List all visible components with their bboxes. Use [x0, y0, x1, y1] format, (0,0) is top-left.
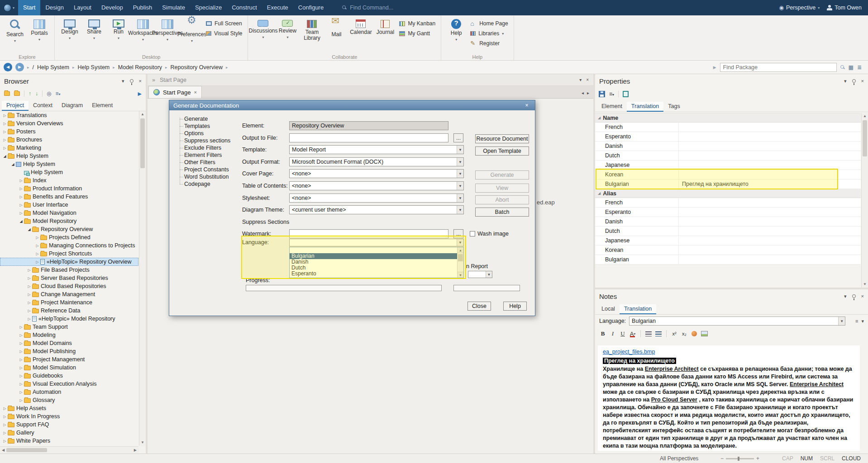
expand-icon[interactable]: ▷	[18, 350, 24, 354]
expand-icon[interactable]: ▷	[18, 341, 24, 345]
expand-icon[interactable]: ▷	[2, 415, 8, 419]
expand-icon[interactable]: ▷	[18, 358, 24, 362]
dialog-close-icon[interactable]: ×	[523, 102, 531, 109]
browser-tab-context[interactable]: Context	[29, 101, 57, 111]
dialog-nav-element-filters[interactable]: Element Filters	[178, 151, 242, 159]
property-row-alias-danish[interactable]: Danish	[595, 217, 861, 227]
dialog-nav-generate[interactable]: Generate	[178, 115, 242, 123]
diagram-theme-combo[interactable]: <current user theme>▼	[289, 205, 464, 214]
ribbon-button-workspaces[interactable]: Workspaces▾	[131, 16, 155, 43]
dialog-nav-suppress-sections[interactable]: Suppress sections	[178, 137, 242, 144]
property-value[interactable]: Преглед на хранилището	[679, 180, 861, 189]
report-combo[interactable]: ▼	[468, 271, 492, 278]
collapse-icon[interactable]: ◢	[2, 154, 8, 158]
ribbon-button-register[interactable]: Register	[470, 40, 508, 47]
properties-scrollbar[interactable]: ▲ ▼	[861, 113, 868, 288]
chevron-down-icon[interactable]: ▼	[457, 194, 463, 202]
dialog-nav-word-substitution[interactable]: Word Substitution	[178, 173, 242, 180]
ribbon-button-design[interactable]: Design▾	[57, 16, 82, 41]
tree-item-index[interactable]: ▷Index	[0, 176, 138, 184]
tree-item-help-assets[interactable]: ▷Help Assets	[0, 404, 138, 412]
scroll-up-icon[interactable]: ▲	[862, 113, 868, 119]
forward-icon[interactable]: ▶	[138, 91, 142, 97]
ribbon-button-team-library[interactable]: Team Library	[300, 16, 324, 41]
ribbon-button-full-screen[interactable]: Full Screen	[206, 20, 242, 27]
scroll-left-icon[interactable]: ◀	[2, 448, 5, 452]
scroll-down-icon[interactable]: ▼	[139, 439, 146, 446]
property-row-alias-bulgarian[interactable]: Bulgarian	[595, 255, 861, 265]
close-icon[interactable]: ×	[861, 78, 864, 84]
scroll-up-icon[interactable]: ▲	[458, 247, 463, 253]
language-combo[interactable]: ▼	[289, 239, 464, 246]
tree-item-help-system[interactable]: ◢Help System	[0, 152, 138, 160]
section-header-alias[interactable]: ◢Alias	[595, 189, 861, 198]
expand-icon[interactable]: ▷	[34, 236, 40, 240]
ribbon-button-home-page[interactable]: Home Page	[470, 20, 508, 27]
batch-button[interactable]: Batch	[475, 208, 529, 217]
locate-icon[interactable]: ◎	[47, 90, 51, 97]
scrollbar-thumb[interactable]	[863, 120, 867, 156]
tree-item-version-overviews[interactable]: ▷Version Overviews	[0, 119, 138, 128]
expand-icon[interactable]: ▷	[18, 366, 24, 370]
expand-icon[interactable]: ▷	[26, 301, 32, 305]
scrollbar-thumb[interactable]	[140, 118, 145, 168]
expand-icon[interactable]: ▷	[26, 293, 32, 297]
menu-icon[interactable]: ≣	[857, 64, 862, 71]
panel-menu-icon[interactable]: ▾	[844, 78, 847, 84]
tab-start-page[interactable]: Start Page ×	[148, 86, 202, 98]
ribbon-button-run[interactable]: Run▾	[106, 16, 131, 41]
book-icon[interactable]	[623, 91, 629, 97]
ribbon-button-discussions[interactable]: Discussions▾	[251, 16, 275, 40]
language-option-bulgarian[interactable]: Bulgarian	[290, 253, 457, 259]
chevron-down-icon[interactable]: ▼	[457, 146, 463, 154]
tree-item-model-domains[interactable]: ▷Model Domains	[0, 339, 138, 347]
properties-tab-tags[interactable]: Tags	[663, 102, 684, 112]
pin-icon[interactable]	[852, 294, 856, 298]
perspective-selector[interactable]: ◉ Perspective ▾	[779, 5, 820, 11]
expand-icon[interactable]: ▷	[34, 260, 40, 264]
expand-icon[interactable]: ▷	[18, 398, 24, 402]
dialog-nav-codepage[interactable]: Codepage	[178, 180, 242, 188]
property-value[interactable]	[679, 246, 861, 255]
menu-tab-design[interactable]: Design	[40, 0, 68, 15]
ribbon-button-journal[interactable]: Journal	[373, 16, 397, 35]
scrollbar-thumb[interactable]	[458, 254, 463, 261]
tree-item-projects-defined[interactable]: ▷Projects Defined	[0, 233, 138, 241]
tree-item-model-publishing[interactable]: ▷Model Publishing	[0, 347, 138, 355]
close-icon[interactable]: ×	[861, 293, 864, 299]
breadcrumb-root[interactable]: /	[33, 64, 34, 71]
property-value[interactable]	[679, 208, 861, 217]
ribbon-button-preferences[interactable]: Preferences▾	[180, 16, 204, 44]
tree-item-posters[interactable]: ▷Posters	[0, 128, 138, 136]
expand-icon[interactable]: ▷	[34, 252, 40, 256]
expand-icon[interactable]: ▷	[34, 244, 40, 248]
tree-item-file-based-projects[interactable]: ▷File Based Projects	[0, 266, 138, 274]
watermark-browse-button[interactable]: ...	[453, 229, 463, 238]
bold-button[interactable]: B	[598, 329, 607, 338]
notes-tab-local[interactable]: Local	[597, 304, 620, 314]
generate-button[interactable]: Generate	[475, 170, 529, 180]
italic-button[interactable]: I	[608, 329, 617, 338]
tree-item-glossary[interactable]: ▷Glossary	[0, 396, 138, 404]
search-package-icon[interactable]	[840, 65, 845, 70]
close-button[interactable]: Close	[467, 302, 491, 311]
numbered-list-button[interactable]	[654, 329, 663, 338]
user-menu[interactable]: Tom Owen	[827, 5, 862, 11]
abort-button[interactable]: Abort	[475, 195, 529, 204]
collapse-icon[interactable]: ◢	[598, 116, 601, 120]
expand-icon[interactable]: ▷	[2, 406, 8, 411]
superscript-button[interactable]: x²	[670, 329, 679, 338]
dialog-nav-project-constants[interactable]: Project Constants	[178, 166, 242, 173]
ribbon-button-search[interactable]: Search▾	[3, 16, 27, 44]
find-command-input[interactable]	[350, 5, 409, 11]
tree-item-help-system[interactable]: ◢Help System	[0, 160, 138, 168]
collapse-icon[interactable]: ◢	[18, 219, 24, 223]
expand-icon[interactable]: ▷	[18, 211, 24, 215]
tree-item-automation[interactable]: ▷Automation	[0, 388, 138, 396]
tree-item-help-system[interactable]: Help System	[0, 168, 138, 176]
expand-icon[interactable]: ▷	[18, 390, 24, 394]
tree-item-change-management[interactable]: ▷Change Management	[0, 290, 138, 298]
tree-item-benefits-and-features[interactable]: ▷Benefits and Features	[0, 193, 138, 201]
wash-image-checkbox[interactable]: Wash image	[470, 231, 509, 237]
open-template-button[interactable]: Open Template	[475, 146, 529, 156]
